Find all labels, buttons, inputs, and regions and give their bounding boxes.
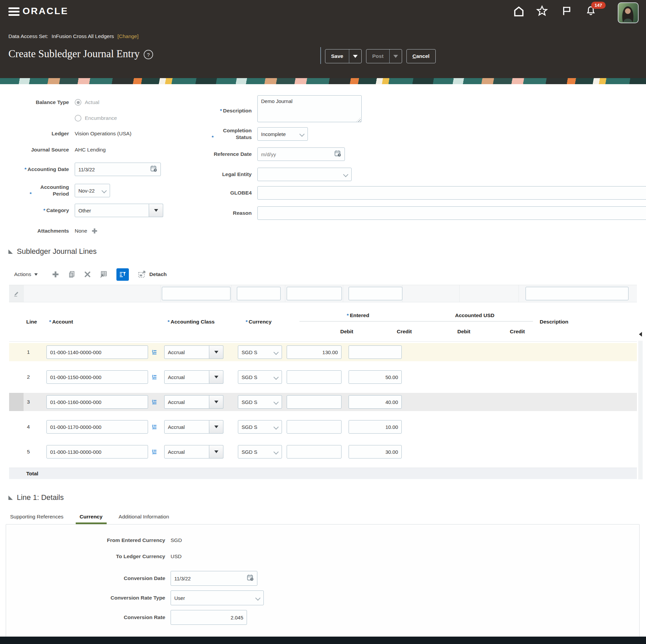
conversion-rate-type-select[interactable]: User (171, 590, 264, 605)
filter-description-input[interactable] (526, 287, 629, 300)
currency-select[interactable]: SGD S (238, 345, 282, 359)
filter-currency-input[interactable] (237, 287, 281, 300)
calendar-icon[interactable] (246, 574, 254, 583)
account-input[interactable] (46, 395, 148, 409)
cancel-button[interactable]: Cancel (406, 49, 436, 63)
col-header-accounted-debit[interactable]: Debit (417, 329, 474, 335)
post-button[interactable]: Post (366, 49, 402, 63)
completion-status-select[interactable]: Incomplete (257, 127, 308, 141)
post-dropdown-arrow[interactable] (390, 49, 402, 63)
add-row-icon[interactable] (52, 271, 59, 278)
hamburger-menu-icon[interactable] (8, 7, 20, 16)
col-header-line[interactable]: Line (24, 302, 49, 341)
notification-badge[interactable]: 147 (591, 2, 606, 9)
accounting-date-input[interactable] (75, 163, 161, 176)
table-scrollbar[interactable] (638, 341, 643, 479)
accounting-class-input[interactable] (164, 345, 209, 359)
accounting-class-dropdown[interactable] (209, 420, 223, 434)
row-select-gutter[interactable] (9, 443, 24, 461)
account-input[interactable] (46, 445, 148, 459)
conversion-date-input[interactable] (171, 571, 257, 586)
entered-debit-input[interactable] (287, 420, 342, 434)
globe4-input[interactable] (257, 186, 646, 200)
filter-accounting-class-input[interactable] (162, 287, 230, 300)
accounting-period-select[interactable]: Nov-22 (75, 184, 110, 197)
conversion-rate-input[interactable] (171, 610, 247, 625)
account-picker-icon[interactable] (152, 399, 157, 405)
actions-menu[interactable]: Actions (14, 271, 38, 277)
col-header-accounting-class[interactable]: *Accounting Class (164, 302, 238, 341)
calendar-icon[interactable] (334, 149, 342, 159)
accounting-class-dropdown[interactable] (209, 370, 223, 384)
tab-additional-information[interactable]: Additional Information (115, 511, 173, 524)
entered-credit-input[interactable] (349, 395, 402, 409)
currency-select[interactable]: SGD S (238, 420, 282, 434)
legal-entity-select[interactable] (257, 168, 352, 181)
col-header-accounted-credit[interactable]: Credit (474, 329, 533, 335)
row-select-gutter[interactable] (9, 418, 24, 436)
currency-select[interactable]: SGD S (238, 370, 282, 384)
category-dropdown-button[interactable] (149, 204, 163, 217)
delete-row-icon[interactable] (84, 271, 91, 278)
add-attachment-icon[interactable] (91, 228, 98, 234)
accounting-class-dropdown[interactable] (209, 345, 223, 359)
query-by-example-icon[interactable] (116, 268, 129, 281)
accounting-class-input[interactable] (164, 420, 209, 434)
save-button[interactable]: Save (325, 49, 362, 63)
description-textarea[interactable]: Demo Journal (257, 95, 362, 122)
balance-type-radio-encumbrance[interactable] (75, 115, 81, 122)
account-picker-icon[interactable] (152, 449, 157, 455)
section-collapse-icon[interactable] (8, 496, 13, 500)
col-header-entered-credit[interactable]: Credit (357, 329, 417, 335)
change-link[interactable]: [Change] (117, 33, 139, 39)
entered-credit-input[interactable] (349, 445, 402, 459)
col-header-entered-debit[interactable]: Debit (299, 329, 357, 335)
row-select-gutter[interactable] (9, 343, 24, 361)
account-input[interactable] (46, 345, 148, 359)
accounting-class-dropdown[interactable] (209, 445, 223, 459)
favorites-star-icon[interactable] (536, 5, 548, 18)
filter-entered-debit-input[interactable] (287, 287, 342, 300)
qbe-pencil-icon[interactable] (9, 285, 24, 302)
splitter-arrow-icon[interactable] (639, 332, 642, 337)
duplicate-row-icon[interactable] (68, 271, 75, 278)
tab-currency[interactable]: Currency (76, 511, 107, 524)
category-input[interactable] (75, 204, 149, 217)
col-header-description[interactable]: Description (533, 302, 646, 341)
detach-icon[interactable] (138, 270, 146, 279)
section-collapse-icon[interactable] (8, 249, 13, 254)
export-to-excel-icon[interactable] (100, 270, 108, 278)
home-icon[interactable] (513, 5, 525, 19)
row-select-gutter[interactable] (9, 393, 24, 411)
detach-label[interactable]: Detach (149, 271, 167, 277)
account-input[interactable] (46, 370, 148, 384)
user-avatar[interactable] (618, 2, 639, 23)
flag-icon[interactable] (561, 5, 572, 18)
col-header-currency[interactable]: *Currency (238, 302, 299, 341)
accounting-class-input[interactable] (164, 395, 209, 409)
entered-credit-input[interactable] (349, 420, 402, 434)
calendar-icon[interactable] (150, 165, 158, 174)
accounting-class-input[interactable] (164, 445, 209, 459)
help-icon[interactable]: ? (144, 50, 153, 59)
save-label[interactable]: Save (325, 49, 349, 63)
cancel-label[interactable]: Cancel (412, 53, 430, 59)
currency-select[interactable]: SGD S (238, 445, 282, 459)
entered-debit-input[interactable] (287, 370, 342, 384)
entered-debit-input[interactable] (287, 445, 342, 459)
account-picker-icon[interactable] (152, 374, 157, 380)
col-header-account[interactable]: *Account (49, 302, 164, 341)
account-input[interactable] (46, 420, 148, 434)
reference-date-input[interactable] (257, 147, 345, 161)
entered-credit-input[interactable] (349, 370, 402, 384)
currency-select[interactable]: SGD S (238, 395, 282, 409)
account-picker-icon[interactable] (152, 349, 157, 355)
filter-entered-credit-input[interactable] (349, 287, 402, 300)
balance-type-radio-actual[interactable] (75, 99, 81, 106)
reason-input[interactable] (257, 206, 646, 220)
entered-credit-input[interactable] (349, 345, 402, 359)
actions-label[interactable]: Actions (14, 271, 31, 277)
account-picker-icon[interactable] (152, 424, 157, 430)
accounting-class-input[interactable] (164, 370, 209, 384)
save-dropdown-arrow[interactable] (349, 49, 361, 63)
